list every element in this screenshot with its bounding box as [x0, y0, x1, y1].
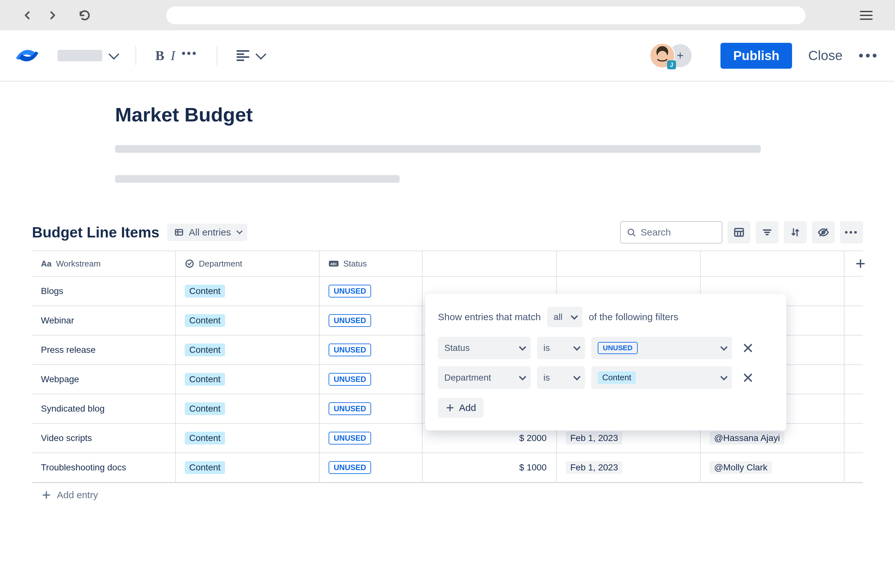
cell-owner[interactable]: @Molly Clark [701, 453, 845, 482]
cell-amount[interactable]: $ 1000 [423, 453, 557, 482]
cell-department[interactable]: Content [176, 394, 320, 423]
filter-op-select[interactable]: is [537, 337, 585, 359]
close-button[interactable]: Close [808, 48, 842, 63]
column-header-workstream[interactable]: Aa Workstream [32, 251, 176, 276]
chevron-down-icon[interactable] [255, 49, 266, 60]
cell-workstream[interactable]: Blogs [32, 277, 176, 306]
status-tag: UNUSED [329, 373, 371, 386]
cell-department[interactable]: Content [176, 277, 320, 306]
cell-status[interactable]: UNUSED [320, 306, 423, 335]
add-entry-button[interactable]: Add entry [32, 483, 863, 507]
page-title[interactable]: Market Budget [115, 103, 863, 126]
department-tag: Content [598, 371, 636, 384]
browser-back-button[interactable] [19, 8, 35, 23]
column-header-department[interactable]: Department [176, 251, 320, 276]
browser-reload-button[interactable] [77, 8, 93, 23]
status-tag: UNUSED [329, 314, 371, 327]
remove-filter-rule-button[interactable] [739, 366, 757, 389]
column-header-owner[interactable] [701, 251, 845, 276]
chevron-down-icon[interactable] [108, 49, 119, 60]
chevron-down-icon [237, 228, 243, 234]
confluence-logo [16, 44, 38, 67]
app-toolbar: B I ••• J + Publish Close ••• [0, 30, 895, 82]
cell-workstream[interactable]: Press release [32, 335, 176, 364]
browser-menu-button[interactable] [860, 9, 872, 22]
remove-filter-rule-button[interactable] [739, 337, 757, 359]
date-tag: Feb 1, 2023 [566, 432, 622, 444]
cell-department[interactable]: Content [176, 453, 320, 482]
cell-date[interactable]: Feb 1, 2023 [557, 453, 701, 482]
svg-point-2 [657, 51, 667, 61]
filter-value-select[interactable]: Content [591, 366, 732, 389]
cell-status[interactable]: UNUSED [320, 453, 423, 482]
layout-button[interactable] [728, 221, 751, 244]
cell-status[interactable]: UNUSED [320, 365, 423, 394]
chevron-down-icon [519, 344, 526, 351]
cell-workstream[interactable]: Webpage [32, 365, 176, 394]
avatar[interactable]: J [649, 43, 675, 68]
filter-field-select[interactable]: Status [438, 337, 531, 359]
placeholder-line [115, 175, 399, 183]
status-tag: UNUSED [329, 461, 371, 474]
more-actions-button[interactable]: ••• [859, 48, 879, 64]
filter-value-select[interactable]: UNUSED [591, 337, 732, 359]
url-bar[interactable] [166, 6, 806, 24]
filter-rule: Status is UNUSED [438, 337, 774, 359]
browser-forward-button[interactable] [45, 8, 61, 23]
collaborator-avatars: J + [649, 43, 692, 68]
cell-trailing [845, 365, 877, 394]
italic-button[interactable]: I [171, 48, 175, 63]
visibility-button[interactable] [812, 221, 835, 244]
filter-field-select[interactable]: Department [438, 366, 531, 389]
add-column-button[interactable] [845, 251, 877, 276]
bold-button[interactable]: B [155, 48, 164, 63]
publish-button[interactable]: Publish [721, 43, 792, 69]
more-formatting-button[interactable]: ••• [182, 48, 197, 64]
cell-department[interactable]: Content [176, 365, 320, 394]
filter-op-select[interactable]: is [537, 366, 585, 389]
cell-status[interactable]: UNUSED [320, 394, 423, 423]
filter-button[interactable] [755, 221, 779, 244]
column-header-status[interactable]: ABC Status [320, 251, 423, 276]
text-type-icon: Aa [41, 259, 52, 269]
chevron-down-icon [573, 373, 581, 380]
align-left-button[interactable] [237, 50, 249, 61]
status-tag: UNUSED [329, 344, 371, 356]
status-tag: UNUSED [329, 285, 371, 297]
cell-workstream[interactable]: Syndicated blog [32, 394, 176, 423]
database-search-input[interactable]: Search [620, 221, 722, 244]
cell-trailing [845, 453, 877, 482]
status-tag: UNUSED [329, 432, 371, 444]
cell-department[interactable]: Content [176, 335, 320, 364]
svg-text:ABC: ABC [330, 262, 337, 266]
table-icon [174, 227, 184, 237]
table-header-row: Aa Workstream Department ABC Status [32, 250, 863, 276]
database-more-button[interactable]: ••• [840, 221, 863, 244]
table-row[interactable]: Troubleshooting docs Content UNUSED $ 10… [32, 453, 863, 483]
text-style-selector[interactable] [58, 50, 102, 61]
cell-status[interactable]: UNUSED [320, 424, 423, 453]
date-tag: Feb 1, 2023 [566, 461, 622, 474]
column-header-date[interactable] [557, 251, 701, 276]
avatar-badge: J [667, 61, 676, 69]
cell-workstream[interactable]: Webinar [32, 306, 176, 335]
cell-status[interactable]: UNUSED [320, 277, 423, 306]
svg-rect-8 [735, 229, 743, 236]
view-label: All entries [189, 227, 231, 238]
cell-workstream[interactable]: Video scripts [32, 424, 176, 453]
filter-match-mode-select[interactable]: all [547, 307, 583, 327]
cell-department[interactable]: Content [176, 306, 320, 335]
status-tag: UNUSED [598, 342, 638, 354]
column-header-amount[interactable] [423, 251, 557, 276]
department-tag: Content [185, 285, 225, 297]
cell-department[interactable]: Content [176, 424, 320, 453]
filter-rule: Department is Content [438, 366, 774, 389]
database-header: Budget Line Items All entries Search [32, 221, 863, 249]
cell-status[interactable]: UNUSED [320, 335, 423, 364]
cell-workstream[interactable]: Troubleshooting docs [32, 453, 176, 482]
sort-button[interactable] [784, 221, 807, 244]
database-title[interactable]: Budget Line Items [32, 224, 159, 241]
add-filter-rule-button[interactable]: Add [438, 398, 484, 418]
search-placeholder: Search [640, 227, 671, 238]
view-selector[interactable]: All entries [167, 224, 248, 241]
